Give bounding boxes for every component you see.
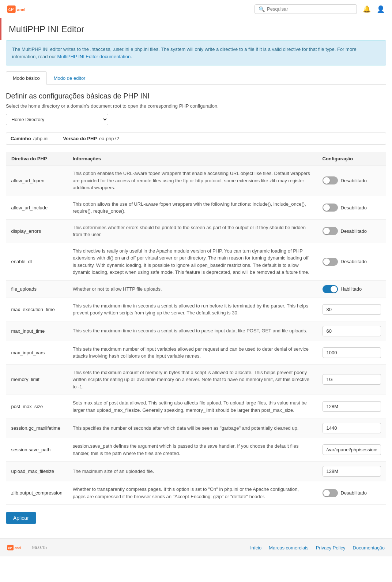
toggle-thumb-1	[323, 204, 330, 211]
directive-name-5: max_execution_time	[6, 298, 68, 321]
toggle-thumb-13	[323, 490, 330, 496]
toggle-label-3: Desabilitado	[341, 259, 367, 264]
config-input-7[interactable]	[323, 347, 381, 358]
directive-config-3: Desabilitado	[317, 243, 386, 280]
tab-basic-mode[interactable]: Modo básico	[6, 71, 47, 85]
footer-link-inicio[interactable]: Início	[250, 545, 261, 551]
footer-link-docs[interactable]: Documentação	[353, 545, 385, 551]
col-info: Informações	[68, 152, 317, 165]
directive-config-9	[317, 395, 386, 418]
footer-link-privacy[interactable]: Privacy Policy	[316, 545, 346, 551]
search-box[interactable]: 🔍	[255, 4, 357, 14]
directive-name-13: zlib.output_compression	[6, 481, 68, 505]
config-input-6[interactable]	[323, 326, 381, 336]
config-input-12[interactable]	[323, 466, 381, 477]
info-link[interactable]: MultiPHP INI Editor documentation	[57, 54, 131, 59]
svg-text:anel: anel	[17, 7, 26, 12]
toggle-4[interactable]	[323, 285, 338, 293]
path-value: /php.ini	[33, 136, 49, 141]
svg-text:cP: cP	[8, 7, 14, 12]
header: cP anel 🔍 🔔 👤	[0, 0, 392, 18]
toggle-thumb-4	[331, 286, 337, 292]
table-row: allow_url_includeThis option allows the …	[6, 196, 386, 219]
directive-info-2: This determines whether errors should be…	[68, 219, 317, 243]
toggle-label-4: Habilitado	[341, 286, 362, 292]
main-content: Definir as configurações básicas de PHP …	[0, 85, 392, 531]
svg-text:cP: cP	[8, 546, 12, 550]
directive-name-3: enable_dl	[6, 243, 68, 280]
page-title: MultiPHP INI Editor	[9, 24, 385, 34]
config-input-10[interactable]	[323, 423, 381, 433]
toggle-1[interactable]	[323, 204, 338, 212]
table-row: max_input_timeThis sets the maximum time…	[6, 321, 386, 341]
path-bar: Caminho /php.ini Versão do PHP ea-php72	[6, 133, 386, 145]
directive-name-1: allow_url_include	[6, 196, 68, 219]
directive-info-0: This option enables the URL-aware fopen …	[68, 165, 317, 196]
directive-info-7: This sets the maximum number of input va…	[68, 341, 317, 364]
directive-info-6: This sets the maximum time in seconds a …	[68, 321, 317, 341]
table-row: memory_limitThis sets the maximum amount…	[6, 364, 386, 395]
version-label: Versão do PHP	[63, 136, 97, 141]
directive-config-5	[317, 298, 386, 321]
directives-table: Diretiva do PHP Informações Configuração…	[6, 152, 386, 505]
directive-info-13: Whether to transparently compress pages.…	[68, 481, 317, 505]
toggle-2[interactable]	[323, 227, 338, 235]
col-directive: Diretiva do PHP	[6, 152, 68, 165]
directive-info-3: This directive is really only useful in …	[68, 243, 317, 280]
toggle-thumb-3	[323, 258, 330, 265]
directive-info-10: This specifies the number of seconds aft…	[68, 418, 317, 438]
directive-info-11: session.save_path defines the argument w…	[68, 438, 317, 462]
table-header: Diretiva do PHP Informações Configuração	[6, 152, 386, 165]
footer-link-marcas[interactable]: Marcas comerciais	[269, 545, 308, 551]
directive-config-0: Desabilitado	[317, 165, 386, 196]
directive-config-11	[317, 438, 386, 462]
table-row: session.gc_maxlifetimeThis specifies the…	[6, 418, 386, 438]
directive-config-10	[317, 418, 386, 438]
footer-logo: cP anel 96.0.15	[7, 544, 47, 551]
table-row: zlib.output_compressionWhether to transp…	[6, 481, 386, 505]
footer-version: 96.0.15	[32, 545, 47, 550]
directive-config-4: Habilitado	[317, 280, 386, 298]
version-value: ea-php72	[99, 136, 119, 141]
toggle-3[interactable]	[323, 258, 338, 266]
toggle-thumb-0	[323, 177, 330, 184]
toggle-wrapper-2: Desabilitado	[323, 227, 381, 235]
toggle-0[interactable]	[323, 176, 338, 184]
directive-name-4: file_uploads	[6, 280, 68, 298]
notifications-icon[interactable]: 🔔	[363, 5, 371, 13]
apply-button[interactable]: Aplicar	[6, 512, 36, 524]
config-input-5[interactable]	[323, 304, 381, 315]
path-label: Caminho	[11, 136, 31, 141]
toggle-label-1: Desabilitado	[341, 205, 367, 210]
toggle-wrapper-0: Desabilitado	[323, 176, 381, 184]
directive-name-9: post_max_size	[6, 395, 68, 418]
info-box: The MultiPHP INI editor writes to the .h…	[6, 40, 386, 66]
tab-editor-mode[interactable]: Modo de editor	[47, 71, 93, 85]
config-input-8[interactable]	[323, 374, 381, 385]
table-row: session.save_pathsession.save_path defin…	[6, 438, 386, 462]
search-input[interactable]	[267, 6, 353, 12]
directive-name-2: display_errors	[6, 219, 68, 243]
directive-info-4: Whether or not to allow HTTP file upload…	[68, 280, 317, 298]
table-body: allow_url_fopenThis option enables the U…	[6, 165, 386, 505]
toggle-label-13: Desabilitado	[341, 490, 367, 496]
directive-config-13: Desabilitado	[317, 481, 386, 505]
info-text-2: .	[131, 54, 132, 59]
directory-select[interactable]: Home Directory	[6, 114, 108, 125]
directive-config-2: Desabilitado	[317, 219, 386, 243]
toggle-label-0: Desabilitado	[341, 178, 367, 183]
col-config: Configuração	[317, 152, 386, 165]
directive-name-12: upload_max_filesize	[6, 462, 68, 481]
toggle-thumb-2	[323, 228, 330, 234]
user-icon[interactable]: 👤	[377, 5, 385, 13]
config-input-9[interactable]	[323, 401, 381, 412]
directive-name-10: session.gc_maxlifetime	[6, 418, 68, 438]
tabs-bar: Modo básico Modo de editor	[6, 71, 386, 85]
config-input-11[interactable]	[323, 444, 381, 455]
directive-config-8	[317, 364, 386, 395]
search-icon: 🔍	[259, 6, 265, 12]
toggle-13[interactable]	[323, 489, 338, 497]
table-row: display_errorsThis determines whether er…	[6, 219, 386, 243]
header-icons: 🔔 👤	[363, 5, 385, 13]
toggle-wrapper-3: Desabilitado	[323, 258, 381, 266]
